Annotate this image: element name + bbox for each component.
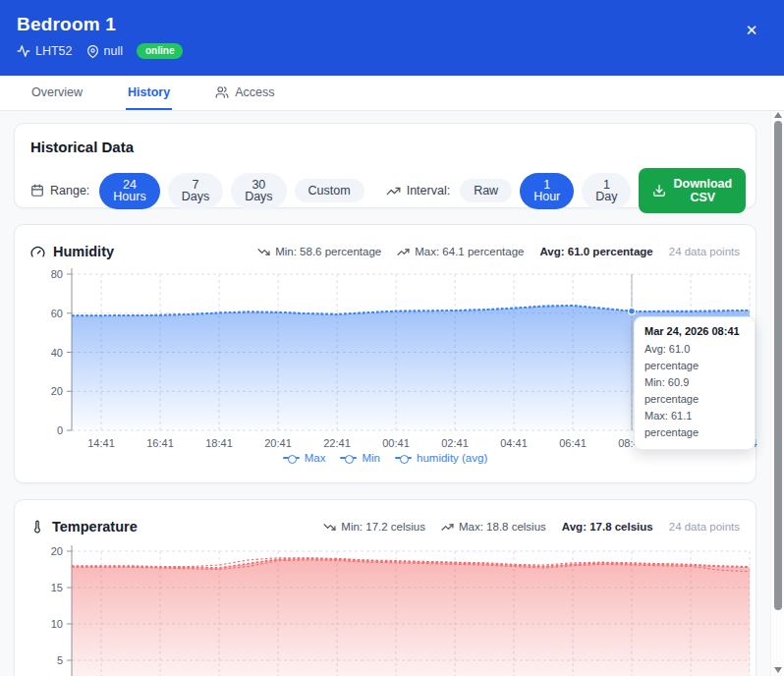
temperature-chart[interactable]: 14:4116:4118:4120:4122:4100:4102:4104:41… (15, 500, 757, 676)
tab-bar: Overview History Access (0, 76, 784, 111)
interval-raw-button[interactable]: Raw (460, 179, 512, 203)
interval-1-hour-button[interactable]: 1 Hour (520, 173, 574, 209)
legend-marker-icon (395, 454, 412, 463)
svg-text:20: 20 (51, 385, 63, 397)
trending-up-icon (386, 184, 401, 198)
svg-text:0: 0 (57, 424, 63, 436)
svg-text:04:41: 04:41 (500, 437, 528, 449)
svg-text:18:41: 18:41 (205, 437, 233, 449)
interval-label-text: Interval: (407, 184, 450, 197)
range-7-days-button[interactable]: 7 Days (168, 173, 223, 209)
tab-access[interactable]: Access (213, 76, 276, 110)
temperature-card: Temperature Min: 17.2 celsius Max: 18.8 … (14, 499, 756, 676)
svg-text:5: 5 (57, 654, 63, 666)
device-header: Bedroom 1 LHT52 null online ✕ (0, 0, 784, 76)
filter-row: Range: 24 Hours 7 Days 30 Days Custom In… (30, 168, 740, 213)
humidity-legend: MaxMinhumidity (avg) (15, 452, 756, 464)
svg-text:06:41: 06:41 (559, 437, 587, 449)
svg-text:80: 80 (51, 268, 63, 280)
legend-marker-icon (283, 454, 300, 463)
page-title: Bedroom 1 (17, 14, 764, 35)
range-label-text: Range: (50, 184, 89, 197)
legend-item[interactable]: Max (283, 452, 326, 464)
svg-text:22:41: 22:41 (323, 437, 351, 449)
device-model-label: LHT52 (35, 44, 73, 58)
close-button[interactable]: ✕ (741, 20, 762, 41)
svg-text:60: 60 (51, 308, 63, 319)
interval-label: Interval: (386, 184, 450, 198)
svg-text:20:41: 20:41 (264, 437, 292, 449)
legend-item[interactable]: Min (340, 452, 380, 464)
range-label: Range: (30, 184, 89, 197)
range-24-hours-button[interactable]: 24 Hours (99, 173, 159, 209)
svg-text:20: 20 (51, 545, 63, 557)
tooltip-title: Mar 24, 2026 08:41 (644, 325, 745, 337)
vertical-scrollbar (770, 111, 784, 676)
svg-text:40: 40 (51, 347, 63, 359)
device-location-label: null (104, 44, 123, 58)
svg-text:14:41: 14:41 (87, 437, 115, 449)
tab-access-label: Access (235, 85, 274, 99)
tab-history-label: History (128, 85, 170, 99)
svg-text:10: 10 (51, 618, 63, 630)
close-icon: ✕ (746, 22, 758, 39)
svg-text:15: 15 (51, 582, 63, 593)
legend-marker-icon (340, 454, 357, 463)
legend-item-label: Min (362, 452, 380, 464)
tab-history[interactable]: History (126, 76, 172, 110)
status-badge: online (137, 43, 183, 59)
svg-text:02:41: 02:41 (441, 437, 469, 449)
calendar-icon (30, 184, 44, 197)
legend-item-label: humidity (avg) (417, 452, 487, 464)
scroll-up-arrow-icon[interactable] (773, 111, 783, 119)
users-icon (215, 85, 229, 99)
range-30-days-button[interactable]: 30 Days (231, 173, 286, 209)
tooltip-avg: Avg: 61.0 percentage (644, 341, 745, 374)
legend-item[interactable]: humidity (avg) (395, 452, 487, 464)
activity-icon (17, 44, 30, 58)
scroll-down-arrow-icon[interactable] (773, 666, 783, 674)
historical-data-title: Historical Data (30, 139, 740, 155)
device-location: null (86, 44, 123, 58)
tab-overview-label: Overview (31, 85, 83, 99)
device-meta: LHT52 null online (17, 43, 764, 59)
tooltip-max: Max: 61.1 percentage (644, 408, 745, 441)
humidity-card: Humidity Min: 58.6 percentage Max: 64.1 … (14, 224, 756, 483)
chart-tooltip: Mar 24, 2026 08:41 Avg: 61.0 percentage … (634, 316, 756, 450)
device-model: LHT52 (17, 44, 73, 58)
scroll-content: Historical Data Range: 24 Hours 7 Days 3… (0, 111, 784, 676)
historical-data-card: Historical Data Range: 24 Hours 7 Days 3… (14, 123, 756, 208)
download-csv-button[interactable]: Download CSV (639, 168, 746, 213)
svg-text:00:41: 00:41 (382, 437, 410, 449)
scrollbar-thumb[interactable] (774, 121, 782, 610)
tab-overview[interactable]: Overview (29, 76, 84, 110)
interval-1-day-button[interactable]: 1 Day (582, 173, 631, 209)
map-pin-icon (86, 45, 99, 58)
download-csv-label: Download CSV (673, 177, 732, 204)
download-icon (652, 184, 666, 197)
range-custom-button[interactable]: Custom (295, 179, 364, 203)
legend-item-label: Max (305, 452, 326, 464)
tooltip-min: Min: 60.9 percentage (644, 374, 745, 408)
svg-text:16:41: 16:41 (146, 437, 174, 449)
